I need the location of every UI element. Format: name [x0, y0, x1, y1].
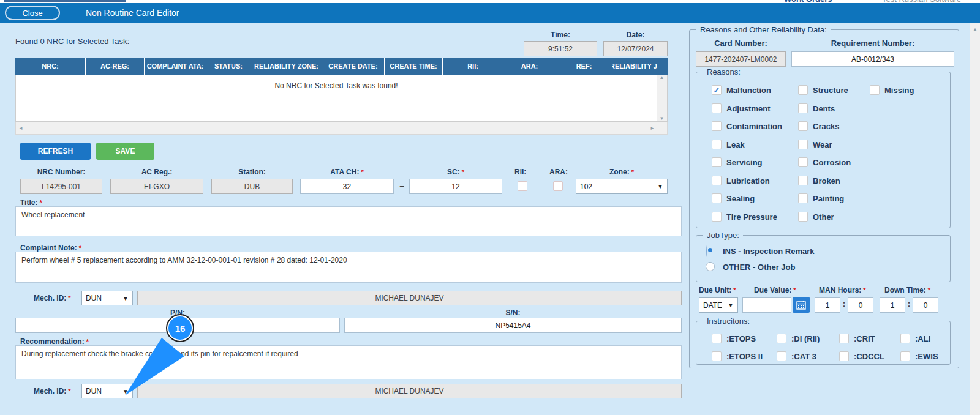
- date-value: 12/07/2024: [603, 41, 668, 56]
- instruction-checkbox-cat3[interactable]: [777, 351, 786, 361]
- reason-checkbox-lubrication[interactable]: [712, 176, 722, 185]
- reason-label-dents: Dents: [813, 104, 835, 113]
- column-header-ac-reg[interactable]: AC-REG:: [86, 58, 145, 75]
- ata-ch-label: ATA CH:*: [300, 168, 394, 176]
- column-header-complaint-ata[interactable]: COMPLAINT ATA:: [145, 58, 206, 75]
- instruction-checkbox-crit[interactable]: [839, 334, 849, 343]
- scroll-up-icon[interactable]: ▲: [973, 26, 978, 32]
- reason-checkbox-sealing[interactable]: [712, 193, 722, 203]
- sn-input[interactable]: NP5415A4: [344, 318, 682, 333]
- chevron-down-icon: ▼: [123, 295, 129, 302]
- due-value-input[interactable]: [742, 297, 791, 313]
- due-unit-label: Due Unit:*: [699, 286, 736, 294]
- instruction-checkbox-etops[interactable]: [712, 334, 722, 343]
- ara-checkbox[interactable]: [553, 181, 563, 191]
- calendar-button[interactable]: [793, 297, 810, 313]
- instruction-label-ewis: :EWIS: [915, 352, 938, 361]
- reason-label-broken: Broken: [813, 176, 840, 185]
- column-header-ref[interactable]: REF:: [556, 58, 612, 75]
- instruction-checkbox-ewis[interactable]: [900, 351, 910, 361]
- instruction-checkbox-cdccl[interactable]: [839, 351, 849, 361]
- station-value: DUB: [211, 179, 293, 194]
- reason-label-corrosion: Corrosion: [813, 158, 851, 167]
- refresh-button[interactable]: REFRESH: [20, 143, 91, 160]
- sc-input[interactable]: 12: [409, 179, 502, 194]
- page-vertical-scrollbar[interactable]: ▲: [970, 23, 980, 415]
- column-header-stub: [657, 58, 668, 75]
- nrc-number-label: NRC Number:: [20, 168, 102, 176]
- nrc-table-header: NRC: AC-REG: COMPLAINT ATA: STATUS: RELI…: [15, 58, 668, 75]
- reason-checkbox-contamination[interactable]: [712, 121, 722, 131]
- time-value: 9:51:52: [524, 41, 597, 56]
- jobtype-radio-other[interactable]: [706, 262, 715, 271]
- reason-checkbox-painting[interactable]: [798, 193, 808, 203]
- column-header-create-time[interactable]: CREATE TIME:: [385, 58, 443, 75]
- table-vertical-scrollbar[interactable]: ▲ ▼: [657, 75, 667, 121]
- reason-checkbox-adjustment[interactable]: [712, 103, 722, 113]
- jobtype-radio-ins[interactable]: [706, 245, 707, 257]
- column-header-rii[interactable]: RII:: [443, 58, 503, 75]
- column-header-ara[interactable]: ARA:: [503, 58, 556, 75]
- scroll-up-icon[interactable]: ▲: [660, 75, 665, 80]
- man-hours-m-input[interactable]: 0: [848, 297, 873, 313]
- reason-checkbox-missing[interactable]: [870, 85, 880, 95]
- reason-checkbox-malfunction[interactable]: [712, 85, 722, 95]
- table-horizontal-scrollbar[interactable]: ◄ ►: [15, 122, 668, 135]
- mech-id-2-select[interactable]: DUN▼: [81, 384, 133, 398]
- due-unit-select[interactable]: DATE▼: [699, 297, 738, 313]
- ara-label: ARA:: [549, 168, 568, 176]
- instruction-label-cat3: :CAT 3: [791, 352, 816, 361]
- ac-reg-label: AC Reg.:: [110, 168, 203, 176]
- reason-label-servicing: Servicing: [726, 158, 763, 167]
- rii-checkbox[interactable]: [518, 181, 527, 191]
- reason-checkbox-broken[interactable]: [798, 176, 808, 185]
- pn-input[interactable]: [15, 318, 340, 333]
- sc-label: SC:*: [409, 168, 502, 176]
- mech-id-1-select[interactable]: DUN▼: [81, 291, 133, 305]
- reason-label-other: Other: [813, 212, 834, 222]
- instruction-checkbox-ali[interactable]: [900, 334, 910, 343]
- complaint-note-textarea[interactable]: Perform wheel # 5 replacement according …: [15, 252, 682, 283]
- reason-checkbox-corrosion[interactable]: [798, 157, 808, 167]
- man-hours-h-input[interactable]: 1: [815, 297, 840, 313]
- recommendation-textarea[interactable]: During replacement check the bracke cond…: [15, 345, 682, 379]
- reason-checkbox-structure[interactable]: [798, 85, 808, 95]
- reason-label-structure: Structure: [813, 86, 848, 95]
- ata-ch-input[interactable]: 32: [300, 179, 394, 194]
- down-time-m-input[interactable]: 0: [913, 297, 938, 313]
- card-number-value: 1477-202407-LM0002: [696, 51, 786, 67]
- reason-checkbox-tire-pressure[interactable]: [712, 212, 722, 222]
- scroll-right-icon[interactable]: ►: [650, 125, 655, 131]
- reason-label-adjustment: Adjustment: [726, 104, 771, 113]
- column-header-create-date[interactable]: CREATE DATE:: [322, 58, 385, 75]
- reason-checkbox-servicing[interactable]: [712, 157, 722, 167]
- jobtype-fieldset: [696, 235, 951, 282]
- reason-checkbox-other[interactable]: [798, 212, 808, 222]
- requirement-number-label: Requirement Number:: [791, 39, 954, 48]
- app-logo-fragment: [4, 0, 126, 2]
- rii-label: RII:: [514, 168, 526, 176]
- instruction-checkbox-etops-ii[interactable]: [712, 351, 722, 361]
- complaint-note-label: Complaint Note:*: [20, 244, 81, 252]
- instruction-checkbox-di-rii[interactable]: [777, 334, 786, 343]
- nrc-number-value: L14295-001: [20, 179, 102, 194]
- reason-checkbox-cracks[interactable]: [798, 121, 808, 131]
- reason-checkbox-dents[interactable]: [798, 103, 808, 113]
- instruction-label-crit: :CRIT: [854, 334, 875, 343]
- close-button[interactable]: Close: [5, 6, 60, 20]
- down-time-h-input[interactable]: 1: [880, 297, 905, 313]
- reason-checkbox-wear[interactable]: [798, 140, 808, 149]
- save-button[interactable]: SAVE: [96, 143, 154, 160]
- column-header-status[interactable]: STATUS:: [206, 58, 251, 75]
- column-header-nrc[interactable]: NRC:: [15, 58, 86, 75]
- ata-sc-dash: –: [397, 182, 407, 190]
- scroll-down-icon[interactable]: ▼: [660, 116, 665, 121]
- column-header-reliability-zone[interactable]: RELIABILITY ZONE:: [251, 58, 322, 75]
- scroll-left-icon[interactable]: ◄: [18, 125, 23, 131]
- column-header-reliability-ji[interactable]: RELIABILITY JI: [612, 58, 657, 75]
- zone-select[interactable]: 102▼: [576, 179, 668, 194]
- requirement-number-input[interactable]: AB-0012/343: [791, 51, 954, 67]
- reason-checkbox-leak[interactable]: [712, 140, 722, 149]
- title-textarea[interactable]: Wheel replacement: [15, 206, 682, 236]
- mech-name-2-value: MICHAEL DUNAJEV: [137, 384, 682, 398]
